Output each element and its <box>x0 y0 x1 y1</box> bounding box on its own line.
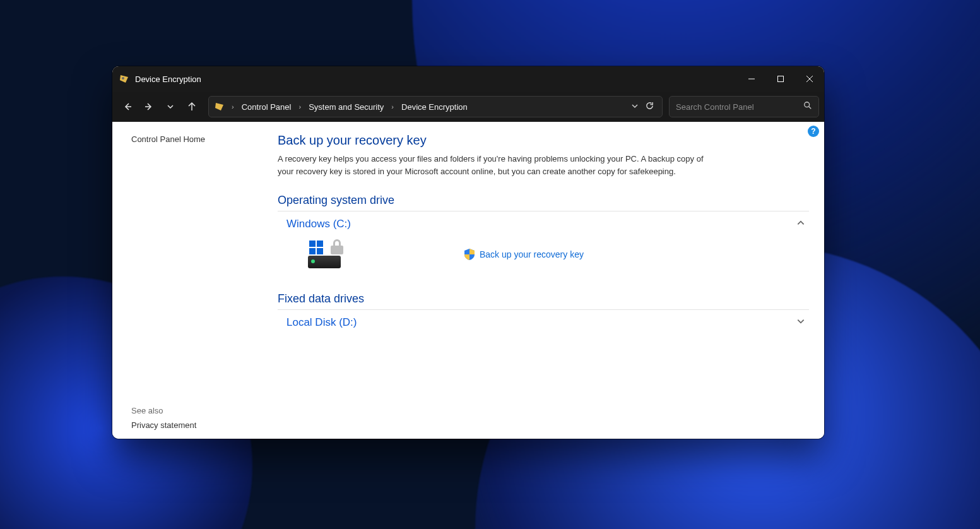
up-button[interactable] <box>182 97 202 117</box>
chevron-right-icon[interactable]: › <box>229 103 237 110</box>
svg-point-8 <box>805 102 810 107</box>
breadcrumb-item[interactable]: System and Security <box>306 101 386 113</box>
svg-line-9 <box>809 107 812 109</box>
sidebar: Control Panel Home See also Privacy stat… <box>112 122 260 439</box>
minimize-button[interactable] <box>737 66 766 92</box>
chevron-right-icon[interactable]: › <box>389 103 396 110</box>
back-button[interactable] <box>117 97 138 117</box>
backup-recovery-key-label: Back up your recovery key <box>480 249 584 259</box>
window-controls <box>737 66 824 92</box>
windows-logo-icon <box>309 241 323 254</box>
breadcrumb-item[interactable]: Control Panel <box>239 101 294 113</box>
content-area: ? Control Panel Home See also Privacy st… <box>112 122 824 439</box>
close-button[interactable] <box>795 66 824 92</box>
fixed-drive-group-heading: Fixed data drives <box>278 292 809 310</box>
help-icon[interactable]: ? <box>808 126 819 137</box>
os-drive-group-heading: Operating system drive <box>278 194 809 211</box>
app-icon <box>119 73 130 85</box>
drive-icon <box>308 241 345 268</box>
search-box[interactable] <box>669 96 819 117</box>
chevron-right-icon[interactable]: › <box>296 103 304 110</box>
recent-dropdown-button[interactable] <box>160 97 180 117</box>
search-input[interactable] <box>676 102 803 112</box>
fixed-drive-header[interactable]: Local Disk (D:) <box>278 310 809 335</box>
see-also-label: See also <box>131 406 260 415</box>
lock-icon <box>331 239 343 254</box>
address-dropdown-button[interactable] <box>631 102 639 112</box>
page-description: A recovery key helps you access your fil… <box>278 153 719 177</box>
window-title: Device Encryption <box>135 74 201 84</box>
control-panel-home-link[interactable]: Control Panel Home <box>131 134 260 144</box>
search-icon[interactable] <box>803 101 812 112</box>
os-drive-name: Windows (C:) <box>286 218 351 230</box>
navigation-bar: › Control Panel › System and Security › … <box>112 92 824 122</box>
backup-recovery-key-link[interactable]: Back up your recovery key <box>464 249 584 260</box>
refresh-button[interactable] <box>645 101 654 112</box>
fixed-drive-name: Local Disk (D:) <box>286 316 357 329</box>
control-panel-window: Device Encryption <box>112 66 824 439</box>
os-drive-header[interactable]: Windows (C:) <box>278 211 809 237</box>
forward-button[interactable] <box>139 97 159 117</box>
chevron-down-icon <box>796 317 805 328</box>
chevron-up-icon <box>796 218 805 230</box>
privacy-statement-link[interactable]: Privacy statement <box>131 420 260 430</box>
os-drive-body: Back up your recovery key <box>278 237 809 286</box>
svg-rect-2 <box>778 76 784 82</box>
location-icon <box>214 101 225 112</box>
titlebar[interactable]: Device Encryption <box>112 66 824 92</box>
svg-point-0 <box>122 77 124 80</box>
main-panel: Back up your recovery key A recovery key… <box>260 122 824 439</box>
page-heading: Back up your recovery key <box>278 133 809 148</box>
breadcrumb-item[interactable]: Device Encryption <box>399 101 470 113</box>
shield-icon <box>464 249 475 260</box>
maximize-button[interactable] <box>766 66 795 92</box>
address-bar[interactable]: › Control Panel › System and Security › … <box>208 96 663 117</box>
